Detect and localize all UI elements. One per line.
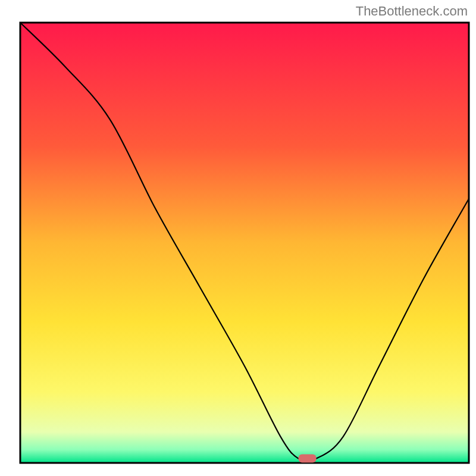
attribution-text: TheBottleneck.com bbox=[356, 4, 468, 19]
optimal-marker bbox=[299, 455, 317, 463]
bottleneck-chart bbox=[0, 0, 476, 476]
plot-background bbox=[20, 23, 469, 463]
chart-container: TheBottleneck.com bbox=[0, 0, 476, 476]
